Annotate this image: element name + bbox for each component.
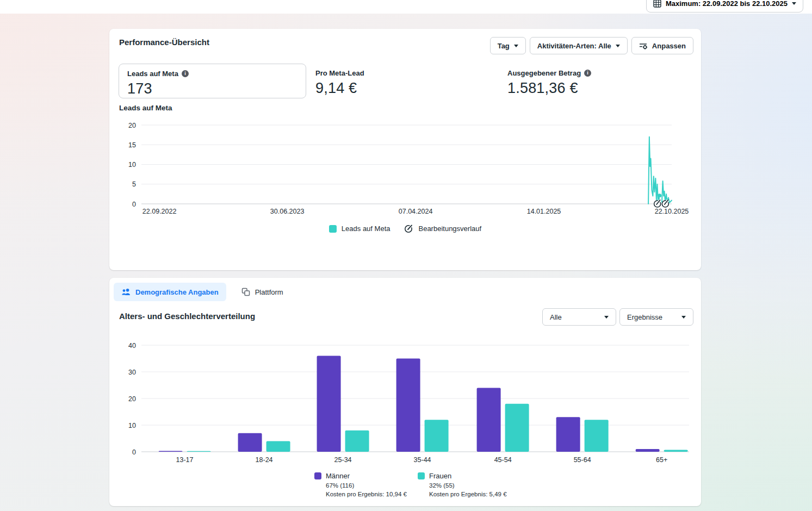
purple-swatch — [314, 472, 321, 479]
legend-edit-history-label: Bearbeitungsverlauf — [418, 225, 481, 233]
metric-tile-leads[interactable]: Leads auf Meta i 173 — [119, 64, 306, 98]
metric-filter-label: Ergebnisse — [627, 313, 662, 321]
metric-spent-label: Ausgegebener Betrag — [507, 69, 581, 77]
svg-text:65+: 65+ — [656, 456, 667, 464]
svg-text:30: 30 — [128, 369, 136, 376]
svg-text:25-34: 25-34 — [334, 456, 352, 464]
metric-cost-value: 9,14 € — [315, 80, 364, 97]
legend-men-label: Männer — [326, 472, 350, 480]
demographics-chart-title: Alters- und Geschlechterverteilung — [119, 311, 255, 321]
teal-swatch — [418, 472, 425, 479]
metric-filter-dropdown[interactable]: Ergebnisse — [619, 308, 693, 326]
legend-men-cost: Kosten pro Ergebnis: 10,94 € — [326, 490, 407, 498]
chevron-down-icon — [681, 316, 686, 319]
svg-text:35-44: 35-44 — [414, 456, 431, 464]
leads-line-chart: 0510152022.09.202230.06.202307.04.202414… — [109, 116, 701, 225]
legend-item-leads: Leads auf Meta — [329, 225, 390, 233]
svg-text:20: 20 — [128, 122, 136, 129]
legend-women-label: Frauen — [429, 472, 451, 480]
edit-history-icon — [404, 224, 413, 233]
svg-text:55-64: 55-64 — [574, 456, 591, 464]
line-chart-title: Leads auf Meta — [119, 104, 172, 112]
svg-text:40: 40 — [128, 342, 136, 350]
age-gender-bar-chart: 01020304013-1718-2425-3435-4445-5455-646… — [109, 338, 701, 473]
top-bar: Maximum: 22.09.2022 bis 22.10.2025 — [0, 0, 812, 14]
chevron-down-icon — [604, 316, 609, 319]
calendar-grid-icon — [653, 0, 661, 8]
breakdown-filter-label: Alle — [550, 313, 562, 321]
metric-tile-cost-per-lead[interactable]: Pro Meta-Lead 9,14 € — [315, 69, 364, 97]
svg-text:15: 15 — [128, 141, 136, 149]
legend-men-share: 67% (116) — [326, 482, 407, 490]
teal-swatch — [329, 225, 337, 233]
customize-sliders-gear-icon — [639, 42, 648, 50]
svg-text:30.06.2023: 30.06.2023 — [270, 208, 305, 215]
performance-overview-card: Performance-Übersicht Tag Aktivitäten-Ar… — [109, 29, 701, 270]
tab-demographics[interactable]: Demografische Angaben — [114, 283, 226, 301]
performance-controls: Tag Aktivitäten-Arten: Alle Anpassen — [490, 37, 693, 54]
svg-text:13-17: 13-17 — [176, 456, 194, 464]
svg-text:18-24: 18-24 — [256, 456, 273, 464]
activity-types-label: Aktivitäten-Arten: Alle — [537, 42, 611, 50]
svg-text:22.10.2025: 22.10.2025 — [655, 208, 689, 215]
svg-text:45-54: 45-54 — [494, 456, 512, 464]
people-icon — [121, 288, 131, 296]
line-chart-legend: Leads auf Meta Bearbeitungsverlauf — [109, 224, 701, 233]
info-icon[interactable]: i — [182, 70, 189, 77]
customize-label: Anpassen — [652, 42, 686, 50]
date-range-selector[interactable]: Maximum: 22.09.2022 bis 22.10.2025 — [646, 0, 803, 13]
svg-text:22.09.2022: 22.09.2022 — [142, 208, 177, 215]
chevron-down-icon — [514, 45, 518, 47]
demographics-filters: Alle Ergebnisse — [542, 308, 693, 326]
svg-text:0: 0 — [132, 448, 136, 456]
interval-dropdown[interactable]: Tag — [490, 37, 526, 54]
legend-men: Männer 67% (116) Kosten pro Ergebnis: 10… — [314, 472, 407, 498]
demographics-card: Demografische Angaben Plattform Alters- … — [109, 278, 701, 506]
legend-women: Frauen 32% (55) Kosten pro Ergebnis: 5,4… — [418, 472, 507, 498]
svg-text:5: 5 — [132, 180, 136, 188]
metric-spent-value: 1.581,36 € — [507, 80, 591, 97]
svg-text:07.04.2024: 07.04.2024 — [399, 208, 433, 215]
info-icon[interactable]: i — [584, 70, 591, 77]
svg-text:0: 0 — [132, 201, 136, 208]
metric-leads-label: Leads auf Meta — [127, 70, 178, 78]
tab-platform[interactable]: Plattform — [234, 283, 291, 301]
legend-item-edit-history: Bearbeitungsverlauf — [404, 224, 481, 233]
metric-tile-amount-spent[interactable]: Ausgegebener Betrag i 1.581,36 € — [507, 69, 591, 97]
legend-women-cost: Kosten pro Ergebnis: 5,49 € — [429, 490, 507, 498]
date-range-label: Maximum: 22.09.2022 bis 22.10.2025 — [666, 0, 788, 8]
breakdown-filter-dropdown[interactable]: Alle — [542, 308, 616, 326]
svg-text:20: 20 — [128, 395, 136, 403]
performance-card-title: Performance-Übersicht — [119, 38, 209, 47]
tab-demographics-label: Demografische Angaben — [135, 288, 219, 296]
tab-platform-label: Plattform — [255, 288, 283, 296]
metric-leads-value: 173 — [127, 80, 297, 97]
interval-label: Tag — [498, 42, 510, 50]
breakdown-tabs: Demografische Angaben Plattform — [114, 283, 291, 301]
platform-squares-icon — [241, 288, 250, 296]
legend-leads-label: Leads auf Meta — [342, 225, 390, 233]
chevron-down-icon — [792, 2, 796, 5]
metric-cost-label: Pro Meta-Lead — [315, 69, 364, 77]
customize-button[interactable]: Anpassen — [631, 37, 693, 54]
activity-types-dropdown[interactable]: Aktivitäten-Arten: Alle — [530, 37, 628, 54]
svg-text:10: 10 — [128, 422, 136, 429]
legend-women-share: 32% (55) — [429, 482, 507, 490]
svg-text:14.01.2025: 14.01.2025 — [527, 208, 561, 215]
svg-text:10: 10 — [128, 161, 136, 169]
chevron-down-icon — [616, 45, 620, 47]
